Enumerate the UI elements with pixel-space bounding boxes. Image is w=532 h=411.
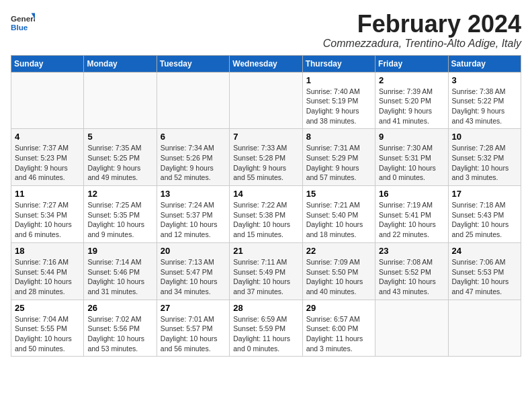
header-monday: Monday bbox=[84, 55, 157, 72]
calendar-table: Sunday Monday Tuesday Wednesday Thursday… bbox=[11, 55, 521, 357]
table-row: 23Sunrise: 7:08 AM Sunset: 5:52 PM Dayli… bbox=[375, 242, 448, 300]
day-number: 22 bbox=[306, 246, 371, 256]
day-detail: Sunrise: 7:08 AM Sunset: 5:52 PM Dayligh… bbox=[379, 257, 444, 297]
day-number: 6 bbox=[161, 132, 226, 142]
day-detail: Sunrise: 7:06 AM Sunset: 5:53 PM Dayligh… bbox=[452, 257, 517, 297]
table-row: 6Sunrise: 7:34 AM Sunset: 5:26 PM Daylig… bbox=[157, 129, 229, 186]
table-row: 22Sunrise: 7:09 AM Sunset: 5:50 PM Dayli… bbox=[302, 242, 375, 300]
week-row-4: 18Sunrise: 7:16 AM Sunset: 5:44 PM Dayli… bbox=[11, 242, 521, 300]
table-row: 19Sunrise: 7:14 AM Sunset: 5:46 PM Dayli… bbox=[84, 242, 157, 300]
table-row: 13Sunrise: 7:24 AM Sunset: 5:37 PM Dayli… bbox=[157, 186, 229, 243]
month-title: February 2024 bbox=[323, 11, 521, 38]
day-number: 14 bbox=[233, 189, 298, 199]
svg-text:Blue: Blue bbox=[11, 23, 28, 32]
table-row: 11Sunrise: 7:27 AM Sunset: 5:34 PM Dayli… bbox=[11, 186, 84, 243]
header-friday: Friday bbox=[375, 55, 448, 72]
day-number: 21 bbox=[233, 246, 298, 256]
table-row: 20Sunrise: 7:13 AM Sunset: 5:47 PM Dayli… bbox=[157, 242, 229, 300]
day-detail: Sunrise: 7:35 AM Sunset: 5:25 PM Dayligh… bbox=[87, 143, 152, 183]
day-number: 23 bbox=[379, 246, 444, 256]
day-number: 13 bbox=[161, 189, 226, 199]
day-detail: Sunrise: 7:18 AM Sunset: 5:43 PM Dayligh… bbox=[452, 200, 517, 240]
week-row-3: 11Sunrise: 7:27 AM Sunset: 5:34 PM Dayli… bbox=[11, 186, 521, 243]
header-thursday: Thursday bbox=[302, 55, 375, 72]
day-detail: Sunrise: 7:11 AM Sunset: 5:49 PM Dayligh… bbox=[233, 257, 298, 297]
table-row: 24Sunrise: 7:06 AM Sunset: 5:53 PM Dayli… bbox=[448, 242, 521, 300]
page-header: General Blue February 2024 Commezzadura,… bbox=[11, 11, 521, 50]
day-number: 9 bbox=[379, 132, 444, 142]
day-number: 29 bbox=[306, 303, 371, 313]
table-row: 27Sunrise: 7:01 AM Sunset: 5:57 PM Dayli… bbox=[157, 300, 229, 357]
day-number: 26 bbox=[87, 303, 152, 313]
table-row: 4Sunrise: 7:37 AM Sunset: 5:23 PM Daylig… bbox=[11, 129, 84, 186]
table-row: 8Sunrise: 7:31 AM Sunset: 5:29 PM Daylig… bbox=[302, 129, 375, 186]
day-number: 12 bbox=[87, 189, 152, 199]
table-row: 9Sunrise: 7:30 AM Sunset: 5:31 PM Daylig… bbox=[375, 129, 448, 186]
table-row: 29Sunrise: 6:57 AM Sunset: 6:00 PM Dayli… bbox=[302, 300, 375, 357]
table-row: 25Sunrise: 7:04 AM Sunset: 5:55 PM Dayli… bbox=[11, 300, 84, 357]
day-number: 15 bbox=[306, 189, 371, 199]
table-row: 3Sunrise: 7:38 AM Sunset: 5:22 PM Daylig… bbox=[448, 72, 521, 129]
table-row: 17Sunrise: 7:18 AM Sunset: 5:43 PM Dayli… bbox=[448, 186, 521, 243]
day-number: 3 bbox=[452, 75, 517, 85]
day-number: 28 bbox=[233, 303, 298, 313]
day-detail: Sunrise: 7:04 AM Sunset: 5:55 PM Dayligh… bbox=[15, 314, 80, 354]
table-row: 16Sunrise: 7:19 AM Sunset: 5:41 PM Dayli… bbox=[375, 186, 448, 243]
table-row: 28Sunrise: 6:59 AM Sunset: 5:59 PM Dayli… bbox=[230, 300, 302, 357]
day-detail: Sunrise: 6:59 AM Sunset: 5:59 PM Dayligh… bbox=[233, 314, 298, 354]
day-number: 20 bbox=[161, 246, 226, 256]
day-detail: Sunrise: 6:57 AM Sunset: 6:00 PM Dayligh… bbox=[306, 314, 371, 354]
day-detail: Sunrise: 7:28 AM Sunset: 5:32 PM Dayligh… bbox=[452, 143, 517, 183]
day-number: 1 bbox=[306, 75, 371, 85]
day-number: 10 bbox=[452, 132, 517, 142]
table-row: 18Sunrise: 7:16 AM Sunset: 5:44 PM Dayli… bbox=[11, 242, 84, 300]
day-detail: Sunrise: 7:25 AM Sunset: 5:35 PM Dayligh… bbox=[87, 200, 152, 240]
day-detail: Sunrise: 7:09 AM Sunset: 5:50 PM Dayligh… bbox=[306, 257, 371, 297]
table-row bbox=[11, 72, 84, 129]
day-number: 8 bbox=[306, 132, 371, 142]
day-detail: Sunrise: 7:39 AM Sunset: 5:20 PM Dayligh… bbox=[379, 87, 444, 126]
header-tuesday: Tuesday bbox=[157, 55, 229, 72]
day-detail: Sunrise: 7:27 AM Sunset: 5:34 PM Dayligh… bbox=[15, 200, 80, 240]
table-row bbox=[84, 72, 157, 129]
day-number: 25 bbox=[15, 303, 80, 313]
day-detail: Sunrise: 7:34 AM Sunset: 5:26 PM Dayligh… bbox=[161, 143, 226, 183]
table-row: 1Sunrise: 7:40 AM Sunset: 5:19 PM Daylig… bbox=[302, 72, 375, 129]
day-detail: Sunrise: 7:01 AM Sunset: 5:57 PM Dayligh… bbox=[161, 314, 226, 354]
table-row bbox=[375, 300, 448, 357]
logo: General Blue bbox=[11, 11, 38, 35]
day-detail: Sunrise: 7:21 AM Sunset: 5:40 PM Dayligh… bbox=[306, 200, 371, 240]
day-detail: Sunrise: 7:13 AM Sunset: 5:47 PM Dayligh… bbox=[161, 257, 226, 297]
table-row bbox=[230, 72, 302, 129]
week-row-1: 1Sunrise: 7:40 AM Sunset: 5:19 PM Daylig… bbox=[11, 72, 521, 129]
calendar-header-row: Sunday Monday Tuesday Wednesday Thursday… bbox=[11, 55, 521, 72]
table-row: 14Sunrise: 7:22 AM Sunset: 5:38 PM Dayli… bbox=[230, 186, 302, 243]
day-number: 18 bbox=[15, 246, 80, 256]
day-number: 27 bbox=[161, 303, 226, 313]
title-area: February 2024 Commezzadura, Trentino-Alt… bbox=[323, 11, 521, 50]
table-row: 10Sunrise: 7:28 AM Sunset: 5:32 PM Dayli… bbox=[448, 129, 521, 186]
day-number: 16 bbox=[379, 189, 444, 199]
day-detail: Sunrise: 7:22 AM Sunset: 5:38 PM Dayligh… bbox=[233, 200, 298, 240]
table-row: 21Sunrise: 7:11 AM Sunset: 5:49 PM Dayli… bbox=[230, 242, 302, 300]
day-number: 5 bbox=[87, 132, 152, 142]
day-number: 2 bbox=[379, 75, 444, 85]
day-number: 17 bbox=[452, 189, 517, 199]
day-number: 19 bbox=[87, 246, 152, 256]
day-detail: Sunrise: 7:30 AM Sunset: 5:31 PM Dayligh… bbox=[379, 143, 444, 183]
table-row: 2Sunrise: 7:39 AM Sunset: 5:20 PM Daylig… bbox=[375, 72, 448, 129]
week-row-2: 4Sunrise: 7:37 AM Sunset: 5:23 PM Daylig… bbox=[11, 129, 521, 186]
location-subtitle: Commezzadura, Trentino-Alto Adige, Italy bbox=[323, 38, 521, 50]
day-detail: Sunrise: 7:40 AM Sunset: 5:19 PM Dayligh… bbox=[306, 87, 371, 126]
table-row bbox=[448, 300, 521, 357]
day-detail: Sunrise: 7:19 AM Sunset: 5:41 PM Dayligh… bbox=[379, 200, 444, 240]
header-saturday: Saturday bbox=[448, 55, 521, 72]
table-row: 26Sunrise: 7:02 AM Sunset: 5:56 PM Dayli… bbox=[84, 300, 157, 357]
day-number: 4 bbox=[15, 132, 80, 142]
table-row: 12Sunrise: 7:25 AM Sunset: 5:35 PM Dayli… bbox=[84, 186, 157, 243]
table-row: 15Sunrise: 7:21 AM Sunset: 5:40 PM Dayli… bbox=[302, 186, 375, 243]
day-number: 11 bbox=[15, 189, 80, 199]
table-row bbox=[157, 72, 229, 129]
day-detail: Sunrise: 7:33 AM Sunset: 5:28 PM Dayligh… bbox=[233, 143, 298, 183]
day-detail: Sunrise: 7:24 AM Sunset: 5:37 PM Dayligh… bbox=[161, 200, 226, 240]
